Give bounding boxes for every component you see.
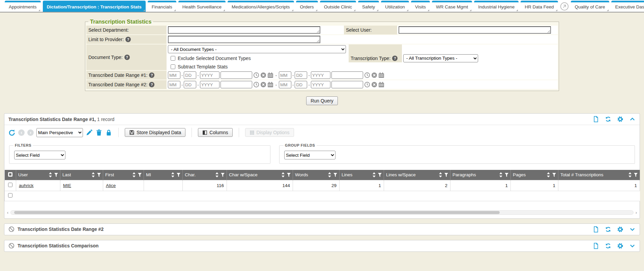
scrollbar-track[interactable]: [10, 210, 634, 215]
subtract-template-checkbox[interactable]: [171, 64, 175, 69]
delete-perspective-icon[interactable]: [95, 129, 103, 136]
range2-end-day[interactable]: [295, 81, 307, 88]
undo-icon[interactable]: [8, 129, 16, 136]
scroll-left-icon[interactable]: ‹: [5, 210, 10, 215]
range2-start-time[interactable]: [221, 81, 252, 88]
table-cell[interactable]: 1: [450, 180, 511, 191]
module-tab[interactable]: Executive Dashboard: [611, 1, 644, 12]
table-cell[interactable]: 116: [183, 180, 227, 191]
run-query-button[interactable]: Run Query: [306, 96, 338, 105]
scrollbar-thumb[interactable]: [14, 211, 500, 214]
range2-start-day[interactable]: [184, 81, 196, 88]
group-fields-field-select[interactable]: Select Field: [284, 151, 335, 159]
table-cell[interactable]: 144: [227, 180, 293, 191]
exclude-doc-types-checkbox[interactable]: [171, 56, 175, 61]
module-tab[interactable]: Medications/Allergies/Scripts: [228, 1, 294, 12]
module-tab[interactable]: Financials: [148, 1, 176, 12]
display-options-button[interactable]: Display Options: [245, 128, 294, 137]
filter-funnel-icon[interactable]: [287, 173, 291, 177]
table-cell[interactable]: 2: [384, 180, 450, 191]
popout-icon[interactable]: [560, 2, 569, 11]
collapse-icon[interactable]: [629, 116, 636, 122]
module-tab[interactable]: Dictation/Transcription : Transcription …: [43, 1, 146, 12]
columns-button[interactable]: Columns: [198, 128, 232, 137]
module-tab[interactable]: WR Case Mgmt: [432, 1, 472, 12]
expand-icon[interactable]: [629, 226, 636, 233]
help-icon[interactable]: ?: [125, 37, 131, 42]
range1-start-month[interactable]: [168, 71, 180, 79]
table-cell[interactable]: auhrick: [16, 180, 60, 191]
sort-icon[interactable]: [439, 172, 442, 177]
filter-funnel-icon[interactable]: [54, 173, 58, 177]
clear-icon[interactable]: [371, 72, 377, 78]
table-cell[interactable]: 29: [293, 180, 340, 191]
sort-icon[interactable]: [328, 172, 331, 177]
row-checkbox[interactable]: [8, 183, 12, 187]
table-cell[interactable]: 1: [558, 180, 640, 191]
filters-field-select[interactable]: Select Field: [14, 151, 65, 159]
calendar-icon[interactable]: [267, 72, 273, 78]
filter-funnel-icon[interactable]: [552, 173, 556, 177]
filter-funnel-icon[interactable]: [221, 173, 225, 177]
refresh-icon[interactable]: [605, 243, 611, 249]
clear-icon[interactable]: [371, 82, 377, 88]
range2-start-month[interactable]: [168, 81, 180, 88]
range2-start-year[interactable]: [200, 81, 219, 88]
table-cell[interactable]: [144, 180, 183, 191]
sort-icon[interactable]: [171, 172, 175, 177]
sort-icon[interactable]: [91, 172, 95, 177]
table-cell[interactable]: 1: [340, 180, 384, 191]
filter-funnel-icon[interactable]: [177, 173, 180, 177]
gear-icon[interactable]: [617, 243, 623, 249]
sort-icon[interactable]: [628, 172, 632, 177]
store-displayed-data-button[interactable]: Store Displayed Data: [125, 128, 185, 137]
sort-icon[interactable]: [547, 172, 550, 177]
row-checkbox[interactable]: [8, 193, 12, 198]
sort-icon[interactable]: [281, 172, 285, 177]
sort-icon[interactable]: [499, 172, 503, 177]
select-all-checkbox[interactable]: [8, 172, 12, 177]
range1-end-time[interactable]: [331, 71, 363, 79]
range1-start-day[interactable]: [184, 71, 196, 79]
calendar-icon[interactable]: [378, 82, 384, 88]
prev-perspective-icon[interactable]: ‹: [18, 129, 25, 136]
table-cell[interactable]: 1: [511, 180, 558, 191]
module-tab[interactable]: HR Data Feed: [521, 1, 558, 12]
module-tab[interactable]: Visits: [411, 1, 430, 12]
range1-end-day[interactable]: [295, 71, 307, 79]
range2-end-year[interactable]: [311, 81, 330, 88]
module-tab[interactable]: Quality of Care: [571, 1, 609, 12]
module-tab[interactable]: Appointments: [5, 1, 41, 12]
filter-funnel-icon[interactable]: [378, 173, 382, 177]
select-department-input[interactable]: [168, 26, 320, 34]
lock-perspective-icon[interactable]: [105, 129, 112, 136]
gear-icon[interactable]: [617, 226, 623, 233]
range1-start-year[interactable]: [200, 71, 219, 79]
clear-icon[interactable]: [260, 82, 266, 88]
table-cell[interactable]: Alice: [103, 180, 144, 191]
clear-icon[interactable]: [260, 72, 266, 78]
module-tab[interactable]: Health Surveillance: [178, 1, 226, 12]
document-type-select[interactable]: - All Document Types -: [168, 45, 346, 53]
transcription-type-select[interactable]: - All Transcription Types -: [403, 54, 478, 62]
module-tab[interactable]: Utilization: [381, 1, 409, 12]
range1-end-month[interactable]: [279, 71, 291, 79]
select-user-input[interactable]: [399, 26, 551, 34]
module-tab[interactable]: Orders: [296, 1, 318, 12]
filter-funnel-icon[interactable]: [138, 173, 142, 177]
new-document-icon[interactable]: [593, 243, 599, 249]
help-icon[interactable]: ?: [392, 56, 398, 61]
help-icon[interactable]: ?: [124, 55, 130, 60]
table-cell[interactable]: MIE: [60, 180, 103, 191]
calendar-icon[interactable]: [267, 82, 273, 88]
filter-funnel-icon[interactable]: [333, 173, 337, 177]
sort-icon[interactable]: [215, 172, 219, 177]
range2-end-time[interactable]: [331, 81, 363, 88]
sort-icon[interactable]: [132, 172, 136, 177]
calendar-icon[interactable]: [378, 72, 384, 78]
help-icon[interactable]: ?: [149, 72, 154, 78]
scroll-right-icon[interactable]: ›: [634, 210, 639, 215]
help-icon[interactable]: ?: [149, 82, 154, 87]
filter-funnel-icon[interactable]: [97, 173, 101, 177]
clock-icon[interactable]: [253, 72, 259, 78]
